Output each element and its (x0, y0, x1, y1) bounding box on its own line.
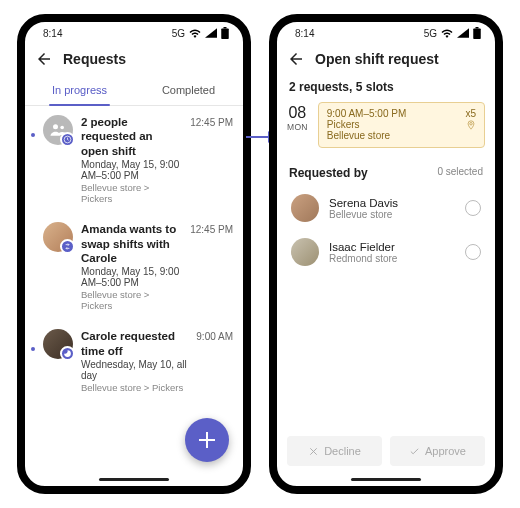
requested-by-header: Requested by 0 selected (277, 158, 495, 186)
item-title: 2 people requested an open shift (81, 115, 182, 158)
decline-button[interactable]: Decline (287, 436, 382, 466)
network-label: 5G (172, 28, 185, 39)
item-subtitle: Monday, May 15, 9:00 AM–5:00 PM (81, 266, 182, 288)
phone-open-shift: 8:14 5G Open shift request 2 requests, 5… (269, 14, 503, 494)
list-item[interactable]: Amanda wants to swap shifts with Carole … (25, 213, 243, 320)
person-name: Serena Davis (329, 197, 398, 209)
requested-by-label: Requested by (289, 166, 368, 180)
person-avatar (291, 194, 319, 222)
svg-rect-1 (224, 27, 227, 29)
slot-store: Bellevue store (327, 130, 476, 141)
location-pin-icon (466, 120, 476, 130)
slot-day-number: 08 (287, 104, 308, 122)
item-title: Carole requested time off (81, 329, 188, 358)
item-timestamp: 12:45 PM (190, 115, 233, 128)
timeoff-badge (60, 346, 75, 361)
home-indicator (99, 478, 169, 481)
add-button[interactable] (185, 418, 229, 462)
svg-rect-5 (476, 27, 479, 29)
battery-icon (221, 27, 229, 39)
slot-count: x5 (465, 108, 476, 119)
item-meta: Bellevue store > Pickers (81, 289, 182, 311)
approve-label: Approve (425, 445, 466, 457)
clock-time: 8:14 (295, 28, 314, 39)
status-icons: 5G (424, 27, 481, 39)
battery-icon (473, 27, 481, 39)
item-timestamp: 12:45 PM (190, 222, 233, 235)
person-store: Bellevue store (329, 209, 398, 220)
tabs: In progress Completed (25, 76, 243, 106)
unread-dot (31, 133, 35, 137)
item-meta: Bellevue store > Pickers (81, 182, 182, 204)
signal-icon (457, 28, 469, 38)
page-title: Open shift request (315, 51, 439, 67)
wifi-icon (441, 28, 453, 38)
select-radio[interactable] (465, 200, 481, 216)
slot-card[interactable]: 9:00 AM–5:00 PM x5 Pickers Bellevue stor… (318, 102, 485, 148)
item-subtitle: Wednesday, May 10, all day (81, 359, 188, 381)
slot-date: 08 MON (287, 102, 308, 148)
person-row[interactable]: Isaac Fielder Redmond store (277, 230, 495, 274)
item-title: Amanda wants to swap shifts with Carole (81, 222, 182, 265)
network-label: 5G (424, 28, 437, 39)
person-info: Serena Davis Bellevue store (329, 197, 398, 220)
home-indicator (351, 478, 421, 481)
arrow-left-icon (35, 50, 53, 68)
svg-rect-4 (473, 29, 481, 40)
page-title: Requests (63, 51, 126, 67)
item-body: Amanda wants to swap shifts with Carole … (81, 222, 182, 311)
slot-group: Pickers (327, 119, 360, 130)
svg-rect-0 (221, 29, 229, 40)
item-body: Carole requested time off Wednesday, May… (81, 329, 188, 393)
action-footer: Decline Approve (277, 426, 495, 486)
back-button[interactable] (287, 50, 305, 68)
select-radio[interactable] (465, 244, 481, 260)
unread-dot (31, 347, 35, 351)
person-avatar (291, 238, 319, 266)
person-avatar (43, 329, 73, 359)
clock-time: 8:14 (43, 28, 62, 39)
tab-completed[interactable]: Completed (134, 76, 243, 105)
open-shift-badge (60, 132, 75, 147)
check-icon (409, 446, 420, 457)
item-meta: Bellevue store > Pickers (81, 382, 188, 393)
tab-in-progress[interactable]: In progress (25, 76, 134, 105)
selected-count: 0 selected (437, 166, 483, 180)
summary-text: 2 requests, 5 slots (277, 76, 495, 102)
phone-requests: 8:14 5G Requests In progress Completed 2… (17, 14, 251, 494)
statusbar: 8:14 5G (25, 22, 243, 44)
item-timestamp: 9:00 AM (196, 329, 233, 342)
header: Requests (25, 44, 243, 76)
shift-slot: 08 MON 9:00 AM–5:00 PM x5 Pickers Bellev… (287, 102, 485, 148)
x-icon (308, 446, 319, 457)
signal-icon (205, 28, 217, 38)
wifi-icon (189, 28, 201, 38)
back-button[interactable] (35, 50, 53, 68)
person-info: Isaac Fielder Redmond store (329, 241, 397, 264)
group-avatar-icon (43, 115, 73, 145)
decline-label: Decline (324, 445, 361, 457)
approve-button[interactable]: Approve (390, 436, 485, 466)
person-avatar (43, 222, 73, 252)
statusbar: 8:14 5G (277, 22, 495, 44)
swap-badge (60, 239, 75, 254)
slot-day-abbr: MON (287, 122, 308, 132)
header: Open shift request (277, 44, 495, 76)
person-row[interactable]: Serena Davis Bellevue store (277, 186, 495, 230)
slot-time: 9:00 AM–5:00 PM (327, 108, 407, 119)
list-item[interactable]: Carole requested time off Wednesday, May… (25, 320, 243, 402)
list-item[interactable]: 2 people requested an open shift Monday,… (25, 106, 243, 213)
person-store: Redmond store (329, 253, 397, 264)
item-body: 2 people requested an open shift Monday,… (81, 115, 182, 204)
status-icons: 5G (172, 27, 229, 39)
person-name: Isaac Fielder (329, 241, 397, 253)
item-subtitle: Monday, May 15, 9:00 AM–5:00 PM (81, 159, 182, 181)
arrow-left-icon (287, 50, 305, 68)
